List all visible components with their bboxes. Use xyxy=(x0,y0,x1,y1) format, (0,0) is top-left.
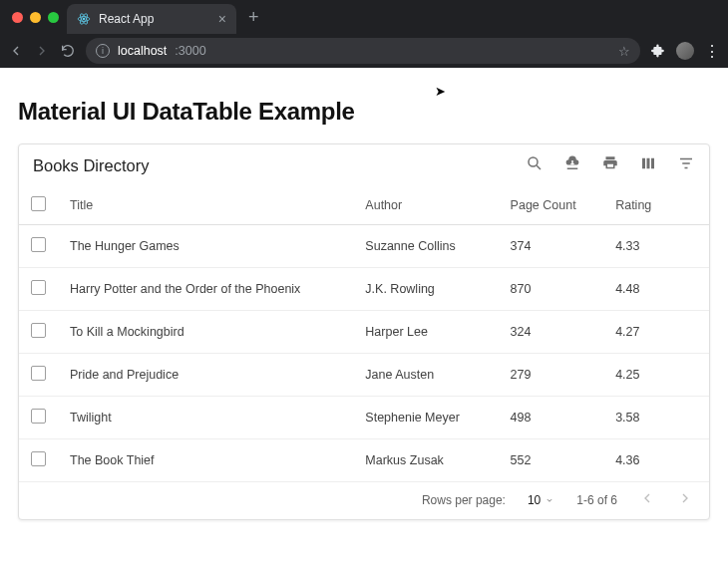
mouse-cursor-icon: ➤ xyxy=(435,84,446,99)
page-content: Material UI DataTable Example Books Dire… xyxy=(0,68,728,520)
cell-title: Harry Potter and the Order of the Phoeni… xyxy=(58,268,353,311)
browser-menu-button[interactable]: ⋮ xyxy=(704,42,720,61)
cell-author: Markus Zusak xyxy=(353,439,498,482)
view-columns-icon[interactable] xyxy=(639,154,657,176)
row-checkbox[interactable] xyxy=(31,237,46,252)
url-host: localhost xyxy=(118,44,167,58)
row-checkbox[interactable] xyxy=(31,451,46,466)
cell-author: Harper Lee xyxy=(353,311,498,354)
address-bar: i localhost:3000 ☆ ⋮ xyxy=(0,34,728,68)
cell-page-count: 324 xyxy=(499,311,604,354)
back-button[interactable] xyxy=(8,43,24,59)
table-header-row: Title Author Page Count Rating xyxy=(19,186,709,225)
minimize-window-button[interactable] xyxy=(30,12,41,23)
cell-rating: 4.36 xyxy=(603,439,709,482)
rows-per-page-select[interactable]: 10 xyxy=(528,493,554,507)
window-controls xyxy=(8,12,59,23)
rows-per-page-label: Rows per page: xyxy=(422,493,506,507)
row-checkbox[interactable] xyxy=(31,323,46,338)
filter-icon[interactable] xyxy=(677,154,695,176)
close-window-button[interactable] xyxy=(12,12,23,23)
table-row[interactable]: The Book ThiefMarkus Zusak5524.36 xyxy=(19,439,709,482)
row-checkbox[interactable] xyxy=(31,366,46,381)
pagination-range: 1-6 of 6 xyxy=(576,493,617,507)
column-header-rating[interactable]: Rating xyxy=(603,186,709,225)
cell-title: To Kill a Mockingbird xyxy=(58,311,353,354)
search-icon[interactable] xyxy=(526,154,544,176)
table-row[interactable]: TwilightStephenie Meyer4983.58 xyxy=(19,397,709,439)
row-checkbox[interactable] xyxy=(31,280,46,295)
column-header-title[interactable]: Title xyxy=(58,186,353,225)
cell-rating: 4.33 xyxy=(603,225,709,268)
browser-chrome: React App × + i localhost:3000 ☆ ⋮ xyxy=(0,0,728,68)
cell-author: J.K. Rowling xyxy=(353,268,498,311)
close-tab-button[interactable]: × xyxy=(218,12,226,26)
new-tab-button[interactable]: + xyxy=(244,8,263,26)
cell-rating: 4.48 xyxy=(603,268,709,311)
table-row[interactable]: Pride and PrejudiceJane Austen2794.25 xyxy=(19,354,709,397)
profile-avatar[interactable] xyxy=(676,42,694,60)
rows-per-page-value: 10 xyxy=(528,493,541,507)
table-tools xyxy=(526,154,695,176)
cell-title: Pride and Prejudice xyxy=(58,354,353,397)
url-port: :3000 xyxy=(175,44,205,58)
bookmark-icon[interactable]: ☆ xyxy=(618,44,630,59)
browser-tab[interactable]: React App × xyxy=(67,4,236,34)
select-all-checkbox[interactable] xyxy=(31,196,46,211)
chevron-down-icon xyxy=(545,495,554,505)
row-checkbox[interactable] xyxy=(31,409,46,424)
maximize-window-button[interactable] xyxy=(48,12,59,23)
cell-author: Jane Austen xyxy=(353,354,498,397)
cell-rating: 4.25 xyxy=(603,354,709,397)
site-info-icon[interactable]: i xyxy=(96,44,110,58)
cell-title: Twilight xyxy=(58,397,353,439)
svg-point-0 xyxy=(83,18,85,20)
cell-title: The Hunger Games xyxy=(58,225,353,268)
url-input[interactable]: i localhost:3000 ☆ xyxy=(86,38,640,64)
column-header-author[interactable]: Author xyxy=(353,186,498,225)
cell-author: Suzanne Collins xyxy=(353,225,498,268)
tab-title: React App xyxy=(99,12,154,26)
download-icon[interactable] xyxy=(563,154,581,176)
react-favicon-icon xyxy=(77,12,91,26)
svg-point-4 xyxy=(529,157,538,166)
reload-button[interactable] xyxy=(60,43,76,59)
table-toolbar: Books Directory xyxy=(19,144,709,186)
table-row[interactable]: To Kill a MockingbirdHarper Lee3244.27 xyxy=(19,311,709,354)
table-title: Books Directory xyxy=(33,156,149,175)
cell-author: Stephenie Meyer xyxy=(353,397,498,439)
cell-page-count: 870 xyxy=(499,268,604,311)
cell-page-count: 552 xyxy=(499,439,604,482)
previous-page-button[interactable] xyxy=(639,490,655,509)
cell-rating: 3.58 xyxy=(603,397,709,439)
cell-page-count: 374 xyxy=(499,225,604,268)
cell-rating: 4.27 xyxy=(603,311,709,354)
cell-title: The Book Thief xyxy=(58,439,353,482)
tab-bar: React App × + xyxy=(0,0,728,34)
forward-button[interactable] xyxy=(34,43,50,59)
column-header-page-count[interactable]: Page Count xyxy=(499,186,604,225)
cell-page-count: 279 xyxy=(499,354,604,397)
extensions-icon[interactable] xyxy=(650,43,666,59)
table-footer: Rows per page: 10 1-6 of 6 xyxy=(19,482,709,519)
page-title: Material UI DataTable Example xyxy=(18,98,710,126)
table-row[interactable]: The Hunger GamesSuzanne Collins3744.33 xyxy=(19,225,709,268)
data-table-card: Books Directory Title Author Page Count … xyxy=(18,143,710,520)
books-table: Title Author Page Count Rating The Hunge… xyxy=(19,186,709,482)
next-page-button[interactable] xyxy=(677,490,693,509)
cell-page-count: 498 xyxy=(499,397,604,439)
print-icon[interactable] xyxy=(601,154,619,176)
table-row[interactable]: Harry Potter and the Order of the Phoeni… xyxy=(19,268,709,311)
